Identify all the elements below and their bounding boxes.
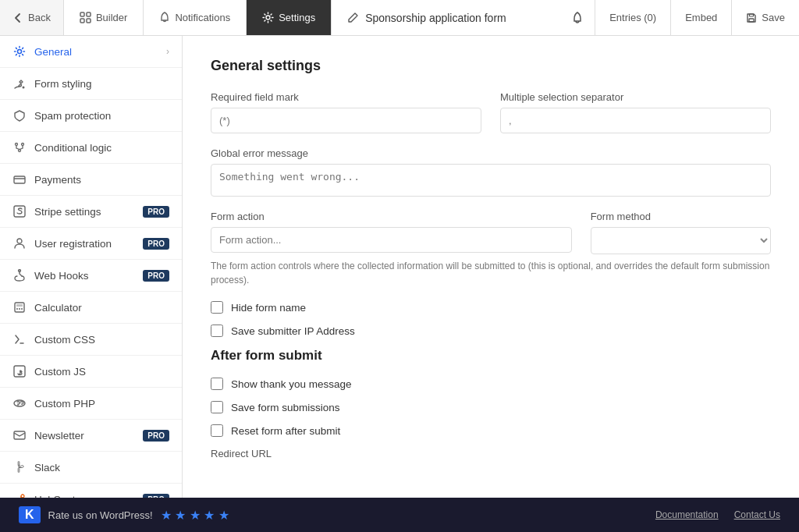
form-action-input[interactable] bbox=[211, 227, 572, 253]
global-error-message-label: Global error message bbox=[211, 147, 771, 159]
sidebar: General › Form styling Spam protection bbox=[0, 36, 183, 498]
right-actions: Entries (0) Embed Save bbox=[560, 0, 799, 35]
pro-badge: PRO bbox=[143, 206, 169, 218]
settings-icon bbox=[262, 12, 274, 23]
top-navigation: Back Builder Notifications Settings Spon… bbox=[0, 0, 799, 36]
form-title-area: Sponsorship application form bbox=[332, 12, 560, 24]
bell-button[interactable] bbox=[560, 12, 595, 24]
footer-left: K Rate us on WordPress! ★ ★ ★ ★ ★ bbox=[19, 506, 229, 523]
sidebar-item-user-registration[interactable]: User registration PRO bbox=[0, 228, 182, 260]
sidebar-item-newsletter[interactable]: Newsletter PRO bbox=[0, 420, 182, 452]
sidebar-item-label: Form styling bbox=[34, 78, 169, 90]
content-area: General settings Required field mark Mul… bbox=[183, 36, 799, 498]
show-thank-you-label[interactable]: Show thank you message bbox=[231, 378, 352, 390]
back-label: Back bbox=[28, 12, 51, 23]
save-submitter-ip-checkbox[interactable] bbox=[211, 325, 223, 337]
sidebar-item-payments[interactable]: Payments bbox=[0, 164, 182, 196]
save-submissions-label[interactable]: Save form submissions bbox=[231, 402, 340, 413]
hide-form-name-checkbox[interactable] bbox=[211, 301, 223, 314]
notifications-icon bbox=[159, 12, 170, 23]
hide-form-name-row: Hide form name bbox=[211, 301, 771, 314]
sidebar-item-conditional-logic[interactable]: Conditional logic bbox=[0, 132, 182, 164]
form-action-row: Form action Form method GET POST bbox=[211, 211, 771, 254]
embed-label: Embed bbox=[685, 12, 717, 23]
settings-nav-item[interactable]: Settings bbox=[247, 0, 332, 35]
redirect-url-label: Redirect URL bbox=[211, 448, 771, 459]
save-submitter-ip-row: Save submitter IP Address bbox=[211, 325, 771, 337]
show-thank-you-checkbox[interactable] bbox=[211, 378, 223, 390]
sidebar-item-spam-protection[interactable]: Spam protection bbox=[0, 100, 182, 132]
sidebar-item-label: Custom JS bbox=[34, 366, 169, 378]
save-submissions-checkbox[interactable] bbox=[211, 401, 223, 413]
required-field-mark-label: Required field mark bbox=[211, 91, 481, 103]
builder-nav-item[interactable]: Builder bbox=[64, 0, 144, 35]
save-button[interactable]: Save bbox=[731, 0, 799, 35]
reset-form-row: Reset form after submit bbox=[211, 424, 771, 437]
slack-icon bbox=[12, 460, 27, 474]
svg-rect-2 bbox=[80, 19, 84, 23]
back-icon bbox=[12, 12, 23, 23]
sidebar-item-label: General bbox=[34, 46, 158, 58]
svg-rect-23 bbox=[14, 431, 25, 439]
required-field-mark-input[interactable] bbox=[211, 108, 481, 133]
hook-icon bbox=[12, 268, 27, 282]
svg-rect-5 bbox=[749, 19, 754, 22]
stripe-icon bbox=[12, 204, 27, 218]
row-required-separator: Required field mark Multiple selection s… bbox=[211, 91, 771, 133]
sidebar-item-form-styling[interactable]: Form styling bbox=[0, 68, 182, 100]
sidebar-item-custom-php[interactable]: Custom PHP bbox=[0, 388, 182, 420]
form-action-label: Form action bbox=[211, 211, 572, 222]
multiple-selection-separator-input[interactable] bbox=[500, 108, 771, 133]
js-icon bbox=[12, 364, 27, 378]
footer-logo: K bbox=[19, 506, 41, 523]
builder-icon bbox=[80, 12, 91, 23]
sidebar-item-label: Spam protection bbox=[34, 110, 169, 122]
back-button[interactable]: Back bbox=[0, 0, 64, 35]
sidebar-item-custom-js[interactable]: Custom JS bbox=[0, 356, 182, 388]
form-action-group: Form action bbox=[211, 211, 572, 254]
save-label: Save bbox=[762, 12, 785, 23]
reset-form-label[interactable]: Reset form after submit bbox=[231, 425, 340, 437]
save-submitter-ip-label[interactable]: Save submitter IP Address bbox=[231, 325, 355, 337]
notifications-nav-item[interactable]: Notifications bbox=[144, 0, 247, 35]
documentation-link[interactable]: Documentation bbox=[655, 509, 719, 520]
embed-button[interactable]: Embed bbox=[670, 0, 731, 35]
form-action-hint: The form action controls where the colle… bbox=[211, 259, 771, 287]
hide-form-name-label[interactable]: Hide form name bbox=[231, 302, 306, 314]
after-submit-title: After form submit bbox=[211, 348, 771, 364]
global-error-message-input[interactable] bbox=[211, 164, 771, 197]
sidebar-item-hubspot[interactable]: HubSpot PRO bbox=[0, 484, 182, 498]
notifications-label: Notifications bbox=[175, 12, 230, 23]
svg-rect-3 bbox=[87, 19, 91, 23]
form-method-group: Form method GET POST bbox=[591, 211, 771, 254]
sidebar-item-web-hooks[interactable]: Web Hooks PRO bbox=[0, 260, 182, 292]
save-submissions-row: Save form submissions bbox=[211, 401, 771, 413]
section-title: General settings bbox=[211, 58, 771, 74]
sidebar-item-general[interactable]: General › bbox=[0, 36, 182, 68]
sidebar-item-label: Custom CSS bbox=[34, 334, 169, 346]
sidebar-item-stripe-settings[interactable]: Stripe settings PRO bbox=[0, 196, 182, 228]
shield-icon bbox=[12, 108, 27, 122]
svg-point-9 bbox=[16, 144, 18, 146]
sidebar-item-calculator[interactable]: Calculator bbox=[0, 292, 182, 324]
form-method-label: Form method bbox=[591, 211, 771, 222]
sidebar-item-label: Slack bbox=[34, 462, 169, 473]
footer: K Rate us on WordPress! ★ ★ ★ ★ ★ Docume… bbox=[0, 498, 799, 532]
svg-point-10 bbox=[22, 144, 24, 146]
entries-button[interactable]: Entries (0) bbox=[595, 0, 670, 35]
sidebar-item-custom-css[interactable]: Custom CSS bbox=[0, 324, 182, 356]
svg-rect-12 bbox=[14, 176, 25, 183]
sidebar-item-label: Web Hooks bbox=[34, 270, 132, 282]
pro-badge: PRO bbox=[143, 238, 169, 250]
sidebar-item-label: Newsletter bbox=[34, 430, 132, 442]
form-method-select[interactable]: GET POST bbox=[591, 227, 771, 254]
sidebar-item-slack[interactable]: Slack bbox=[0, 452, 182, 484]
css-icon bbox=[12, 332, 27, 346]
chevron-right-icon: › bbox=[166, 46, 169, 57]
contact-us-link[interactable]: Contact Us bbox=[734, 509, 780, 520]
svg-rect-13 bbox=[14, 206, 25, 217]
pro-badge: PRO bbox=[143, 270, 169, 282]
svg-rect-6 bbox=[750, 14, 754, 16]
form-edit-icon bbox=[347, 12, 359, 23]
reset-form-checkbox[interactable] bbox=[211, 424, 223, 437]
